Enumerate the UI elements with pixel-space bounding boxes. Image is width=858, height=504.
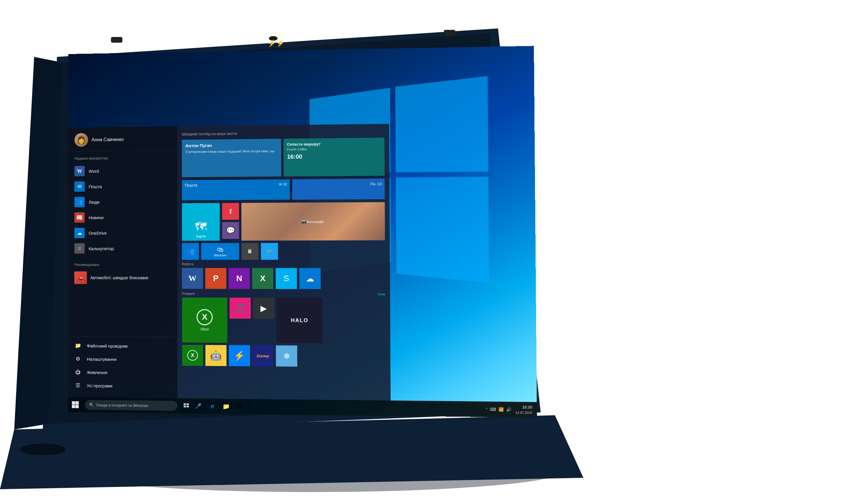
tray-network-icon: 📶 bbox=[498, 407, 504, 412]
people-icon: 👥 bbox=[74, 197, 84, 207]
bottom-menu: 📁 Файловий провідник ⚙ Налаштування ⏻ Жи… bbox=[68, 337, 178, 395]
svg-rect-4 bbox=[444, 30, 455, 35]
task-view-icon bbox=[183, 403, 189, 409]
minion-tile[interactable]: 🤖 bbox=[205, 345, 226, 366]
new-badge: Нове bbox=[377, 292, 385, 296]
menu-item-explorer[interactable]: 📁 Файловий провідник bbox=[68, 339, 178, 353]
frozen-tile[interactable]: ❄ bbox=[276, 345, 297, 367]
menu-item-mail[interactable]: ✉ Пошта bbox=[68, 178, 177, 194]
svg-rect-3 bbox=[111, 37, 122, 43]
system-tray: ^ ⌨ 📶 🔊 16:30 13.07.2015 bbox=[483, 404, 537, 415]
all-apps-label: Усі програми bbox=[87, 383, 112, 388]
groove-tile[interactable]: 🎵 bbox=[230, 297, 251, 319]
skype-tile[interactable]: S bbox=[276, 268, 297, 289]
microphone-button[interactable]: 🎤 bbox=[193, 401, 204, 411]
search-icon: 🔍 bbox=[89, 403, 94, 407]
meeting-company: Fourth Coffee bbox=[287, 147, 381, 151]
entertainment-header: Розваги Нове bbox=[182, 292, 385, 296]
maps-tile[interactable]: 🗺 Карти bbox=[182, 203, 220, 241]
menu-item-news[interactable]: 📰 Новини bbox=[68, 209, 177, 225]
contact-tile[interactable]: Антон Пугач З нетерпінням очікую нашої п… bbox=[182, 139, 281, 177]
menu-item-people[interactable]: 👥 Люди bbox=[68, 194, 177, 210]
svg-rect-7 bbox=[186, 403, 189, 405]
contact-message: З нетерпінням очікую нашої подорожі! Моя… bbox=[185, 149, 277, 155]
news-icon: 📰 bbox=[74, 212, 84, 223]
explorer-taskbar-icon[interactable]: 📁 bbox=[219, 400, 232, 413]
live-tiles-panel: Швидкий погляд на ваше життя Антон Пугач… bbox=[177, 124, 391, 401]
store-icon: 🛍 bbox=[217, 246, 223, 254]
mail-label: Пошта bbox=[89, 184, 102, 189]
all-apps-icon: ☰ bbox=[74, 382, 82, 389]
avatar: 👩 bbox=[75, 133, 88, 147]
menu-item-cars[interactable]: 🚗 Автомобілі: швидше блискавки bbox=[68, 269, 177, 287]
settings-label: Налаштування bbox=[87, 356, 117, 361]
search-placeholder: Пошук в Інтернеті та Windows bbox=[96, 403, 148, 408]
calc-label: Калькулятор bbox=[89, 246, 113, 251]
meeting-tile[interactable]: Скласти маршрут Fourth Coffee 16:00 bbox=[283, 138, 384, 177]
entertainment-section-title: Розваги bbox=[182, 292, 195, 296]
onedrive-label: OneDrive bbox=[89, 230, 107, 235]
shazam-tile[interactable]: ⚡ bbox=[229, 345, 250, 366]
powerpoint-tile[interactable]: P bbox=[205, 268, 226, 289]
xbox-logo: X bbox=[197, 309, 212, 325]
small-tiles-col: f 💬 bbox=[222, 203, 239, 241]
xbox-mini-logo: X bbox=[187, 350, 198, 361]
xbox-tile[interactable]: X Xbox bbox=[182, 297, 227, 343]
calendar-date: Пн. 13 bbox=[370, 182, 382, 186]
spacer bbox=[68, 288, 178, 337]
tray-volume-icon: 🔊 bbox=[506, 407, 511, 412]
calc-icon: = bbox=[74, 243, 84, 254]
maps-label: Карти bbox=[196, 234, 205, 238]
taskbar-spacer bbox=[249, 407, 483, 409]
calc-tile[interactable]: 🖩 bbox=[242, 243, 259, 260]
start-button[interactable] bbox=[68, 397, 82, 412]
svg-rect-9 bbox=[186, 406, 189, 407]
tray-expand-icon[interactable]: ^ bbox=[486, 407, 488, 411]
maps-icon: 🗺 bbox=[195, 220, 207, 233]
onenote-tile[interactable]: N bbox=[228, 268, 250, 289]
pinned-apps: e 📁 🛍 bbox=[204, 400, 249, 413]
task-view-button[interactable] bbox=[180, 399, 193, 412]
halo-tile[interactable]: HALO bbox=[276, 298, 323, 343]
movies-tile[interactable]: ▶ bbox=[253, 298, 274, 319]
recent-title: Недавно використані bbox=[68, 154, 177, 164]
menu-item-word[interactable]: W Word bbox=[68, 163, 177, 179]
flipboard-tile[interactable]: f bbox=[222, 203, 239, 220]
people-tile[interactable]: 👥 bbox=[182, 243, 198, 260]
disney-tile[interactable]: Disney bbox=[252, 345, 274, 367]
menu-item-settings[interactable]: ⚙ Налаштування bbox=[68, 352, 178, 366]
taskbar-search[interactable]: 🔍 Пошук в Інтернеті та Windows bbox=[85, 400, 178, 411]
menu-item-power[interactable]: ⏻ Живлення bbox=[68, 365, 178, 380]
twitter-tile[interactable]: 🐦 bbox=[261, 243, 278, 260]
svg-rect-6 bbox=[184, 403, 186, 405]
calendar-live-tile[interactable]: Пн. 13 bbox=[292, 179, 385, 200]
robota-section-title: Робота bbox=[182, 262, 385, 266]
onedrive-tile[interactable]: ☁ bbox=[299, 268, 321, 289]
messaging-tile[interactable]: 💬 bbox=[222, 222, 239, 239]
mail-tile-label: Пошта bbox=[185, 183, 197, 188]
mail-live-tile[interactable]: Пошта ✉ 10 bbox=[182, 179, 290, 200]
clock[interactable]: 16:30 13.07.2015 bbox=[514, 404, 534, 415]
apps-row-1: 🗺 Карти f 💬 📷Фотографії bbox=[182, 202, 385, 241]
menu-item-all-apps[interactable]: ☰ Усі програми bbox=[68, 378, 178, 393]
photos-tile[interactable]: 📷Фотографії bbox=[241, 202, 385, 241]
menu-item-calc[interactable]: = Калькулятор bbox=[68, 241, 177, 256]
recommended-section: Рекомендовано 🚗 Автомобілі: швидше блиск… bbox=[68, 260, 177, 288]
svg-text:⚡⚡: ⚡⚡ bbox=[268, 39, 285, 47]
xbox-mini-tile[interactable]: X bbox=[182, 345, 203, 366]
edge-taskbar-icon[interactable]: e bbox=[206, 400, 219, 413]
mail-calendar-row: Пошта ✉ 10 Пн. 13 bbox=[182, 179, 385, 200]
meeting-title: Скласти маршрут bbox=[287, 141, 381, 146]
store-taskbar-icon[interactable]: 🛍 bbox=[233, 400, 246, 413]
start-menu: 👩 Анна Савченко Недавно використані W Wo… bbox=[68, 124, 391, 401]
store-tile[interactable]: 🛍 Магазин bbox=[201, 243, 239, 260]
power-label: Живлення bbox=[87, 370, 107, 375]
word-tile[interactable]: W bbox=[182, 268, 203, 289]
word-label: Word bbox=[89, 169, 99, 174]
user-profile[interactable]: 👩 Анна Савченко bbox=[68, 126, 177, 151]
menu-item-onedrive[interactable]: ☁ OneDrive bbox=[68, 225, 177, 241]
explorer-label: Файловий провідник bbox=[87, 343, 128, 348]
quick-glance-title: Швидкий погляд на ваше життя bbox=[182, 130, 384, 136]
store-label: Магазин bbox=[214, 254, 226, 257]
excel-tile[interactable]: X bbox=[252, 268, 273, 289]
